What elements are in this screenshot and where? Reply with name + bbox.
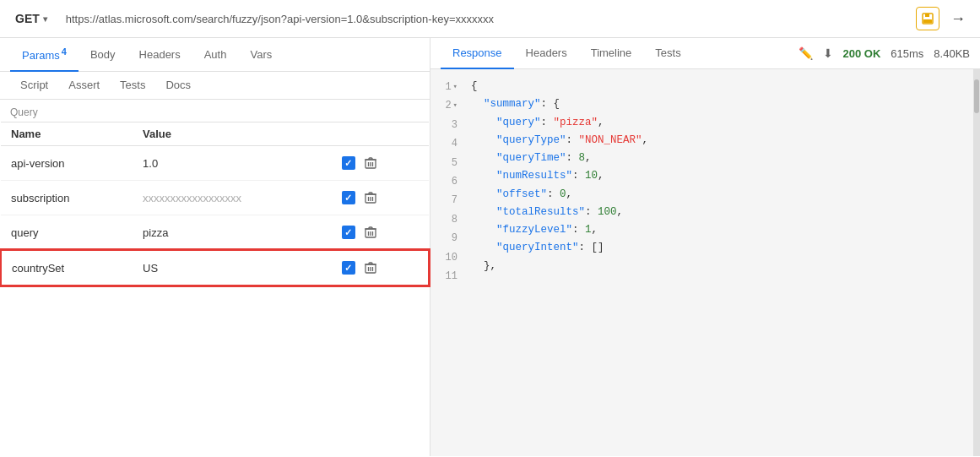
- tab-params[interactable]: Params4: [10, 38, 79, 72]
- line-number: 10: [430, 248, 464, 267]
- left-panel: Params4 Body Headers Auth Vars Script As…: [0, 38, 430, 456]
- tab-assert-label: Assert: [68, 79, 100, 91]
- code-line: "summary": {: [468, 95, 970, 113]
- tab-headers-label: Headers: [139, 48, 181, 61]
- tab-assert[interactable]: Assert: [58, 72, 110, 100]
- line-number: 5: [430, 154, 464, 172]
- save-button[interactable]: [916, 7, 939, 30]
- scrollbar[interactable]: [973, 69, 980, 456]
- param-delete-icon[interactable]: [362, 189, 379, 206]
- response-timeline-tab-label: Timeline: [591, 46, 632, 59]
- tab-vars[interactable]: Vars: [238, 40, 284, 71]
- method-selector[interactable]: GET ▾: [10, 8, 52, 29]
- line-number: 4: [430, 134, 464, 153]
- tabs-row1: Params4 Body Headers Auth Vars: [0, 38, 430, 72]
- param-value-cell[interactable]: pizza: [133, 215, 332, 251]
- response-tabs: Response Headers Timeline Tests ✏️ ⬇ 200…: [430, 38, 980, 69]
- response-tab-tests[interactable]: Tests: [643, 38, 692, 69]
- query-section-label: Query: [0, 100, 430, 122]
- collapse-arrow-icon[interactable]: ▾: [453, 81, 458, 94]
- send-arrow-icon: →: [950, 10, 966, 28]
- tab-auth-label: Auth: [204, 48, 227, 61]
- tab-body-label: Body: [90, 48, 116, 61]
- param-delete-icon[interactable]: [362, 259, 379, 276]
- param-name-cell: subscription: [1, 181, 133, 215]
- param-value-cell[interactable]: 1.0: [133, 146, 332, 181]
- query-table: Name Value api-version1.0subscriptionxxx…: [0, 122, 430, 286]
- response-tab-timeline[interactable]: Timeline: [579, 38, 644, 69]
- tab-params-label: Params: [22, 49, 60, 62]
- method-chevron-icon: ▾: [43, 14, 47, 24]
- tab-auth[interactable]: Auth: [192, 40, 239, 71]
- main-container: Params4 Body Headers Auth Vars Script As…: [0, 38, 980, 456]
- url-bar: GET ▾ →: [0, 0, 980, 38]
- line-number: 11: [430, 267, 464, 286]
- param-checkbox[interactable]: [342, 191, 355, 204]
- tab-docs[interactable]: Docs: [155, 72, 201, 100]
- code-line: "fuzzyLevel": 1,: [468, 221, 970, 239]
- code-line: "offset": 0,: [468, 186, 970, 204]
- table-row: countrySetUS: [1, 250, 429, 286]
- tab-body[interactable]: Body: [79, 40, 127, 71]
- line-number: 3: [430, 116, 464, 134]
- param-actions-cell: [332, 146, 429, 181]
- col-actions-header: [332, 122, 429, 146]
- table-row: querypizza: [1, 215, 429, 251]
- url-bar-actions: →: [916, 7, 970, 30]
- param-checkbox[interactable]: [342, 261, 355, 275]
- tab-script[interactable]: Script: [10, 72, 58, 100]
- line-number: 1▾: [430, 78, 464, 96]
- param-checkbox[interactable]: [342, 226, 355, 239]
- code-content: { "summary": { "query": "pizza", "queryT…: [464, 69, 973, 456]
- line-number: 2▾: [430, 96, 464, 115]
- tab-headers[interactable]: Headers: [127, 40, 192, 71]
- save-icon: [921, 12, 934, 25]
- method-label: GET: [15, 12, 40, 25]
- tab-tests[interactable]: Tests: [110, 72, 155, 100]
- code-view[interactable]: 1▾2▾34567891011 { "summary": { "query": …: [430, 69, 980, 456]
- param-delete-icon[interactable]: [362, 224, 379, 241]
- param-delete-icon[interactable]: [362, 155, 379, 171]
- code-line: "numResults": 10,: [468, 167, 970, 185]
- param-name-cell: query: [1, 215, 133, 251]
- param-actions-cell: [332, 215, 429, 251]
- query-label: Query: [10, 106, 38, 118]
- col-value-header: Value: [133, 122, 332, 146]
- response-time: 615ms: [891, 47, 923, 60]
- line-number: 6: [430, 172, 464, 191]
- tab-script-label: Script: [20, 79, 48, 91]
- table-header-row: Name Value: [1, 122, 429, 146]
- response-tests-tab-label: Tests: [655, 46, 680, 59]
- response-tab-response[interactable]: Response: [441, 38, 514, 69]
- response-meta: ✏️ ⬇ 200 OK 615ms 8.40KB: [799, 46, 971, 60]
- param-checkbox[interactable]: [342, 156, 355, 170]
- param-actions-cell: [332, 181, 429, 215]
- right-panel: Response Headers Timeline Tests ✏️ ⬇ 200…: [430, 38, 980, 456]
- line-number: 7: [430, 191, 464, 209]
- line-numbers: 1▾2▾34567891011: [430, 69, 464, 456]
- param-value-cell[interactable]: US: [133, 250, 332, 286]
- download-icon[interactable]: ⬇: [823, 46, 833, 60]
- svg-rect-2: [923, 19, 932, 23]
- param-value-cell[interactable]: xxxxxxxxxxxxxxxxxx: [133, 181, 332, 215]
- pencil-icon[interactable]: ✏️: [799, 46, 813, 60]
- tab-vars-label: Vars: [250, 48, 272, 61]
- scrollbar-thumb[interactable]: [974, 79, 979, 113]
- code-line: {: [468, 78, 970, 95]
- param-actions-cell: [332, 250, 429, 286]
- code-line: "totalResults": 100,: [468, 204, 970, 221]
- line-number: 8: [430, 210, 464, 229]
- code-line: "query": "pizza",: [468, 114, 970, 132]
- tab-params-badge: 4: [62, 46, 67, 57]
- table-row: api-version1.0: [1, 146, 429, 181]
- table-row: subscriptionxxxxxxxxxxxxxxxxxx: [1, 181, 429, 215]
- send-button[interactable]: →: [946, 7, 970, 30]
- collapse-arrow-icon[interactable]: ▾: [453, 100, 458, 112]
- col-name-header: Name: [1, 122, 133, 146]
- response-headers-tab-label: Headers: [526, 46, 567, 59]
- status-badge: 200 OK: [843, 47, 881, 60]
- response-tab-label: Response: [452, 46, 502, 59]
- url-input[interactable]: [59, 9, 909, 29]
- code-line: "queryType": "NON_NEAR",: [468, 132, 970, 150]
- response-tab-headers[interactable]: Headers: [514, 38, 579, 69]
